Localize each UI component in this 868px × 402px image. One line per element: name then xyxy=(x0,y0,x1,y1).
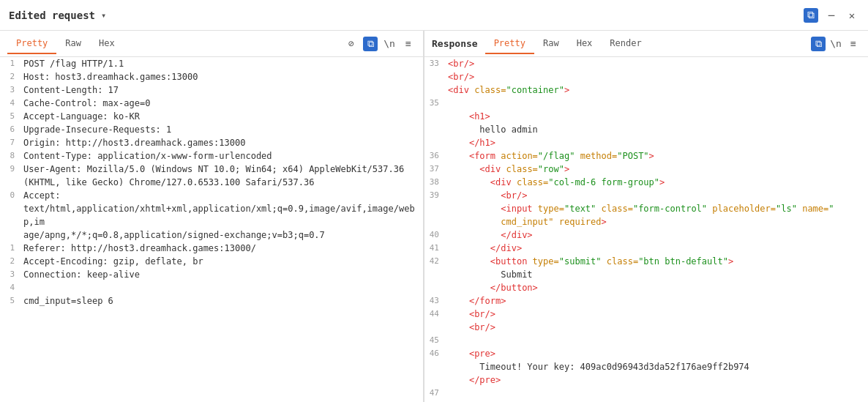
line-content xyxy=(445,97,868,110)
line-content: hello admin xyxy=(445,123,868,136)
line-number: 3 xyxy=(0,83,20,97)
line-number: 4 xyxy=(0,281,20,294)
close-icon[interactable]: ✕ xyxy=(845,8,859,23)
tab-pretty-left[interactable]: Pretty xyxy=(7,34,56,54)
menu-icon-right[interactable]: ≡ xyxy=(846,37,861,51)
eye-slash-icon[interactable]: ⊘ xyxy=(344,37,359,51)
line-number xyxy=(424,373,445,387)
table-row: </h1> xyxy=(424,136,868,149)
line-number: 42 xyxy=(424,255,445,268)
line-content: </div> xyxy=(445,242,868,255)
table-row: 1POST /flag HTTP/1.1 xyxy=(0,57,423,70)
line-content xyxy=(20,281,423,294)
line-number: 45 xyxy=(424,334,445,347)
line-number: 41 xyxy=(424,242,445,255)
line-content: Referer: http://host3.dreamhack.games:13… xyxy=(20,242,423,255)
tab-hex-left[interactable]: Hex xyxy=(90,34,124,54)
line-number xyxy=(424,70,445,83)
table-row: (KHTML, like Gecko) Chrome/127.0.6533.10… xyxy=(0,176,423,189)
line-number xyxy=(424,321,445,334)
table-row: 44 <br/> xyxy=(424,308,868,321)
table-row: 2Host: host3.dreamhack.games:13000 xyxy=(0,70,423,83)
line-number xyxy=(424,268,445,281)
line-content: <br/> xyxy=(445,57,868,70)
table-row: 8Content-Type: application/x-www-form-ur… xyxy=(0,149,423,163)
line-number: 47 xyxy=(424,387,445,400)
line-content: <h1> xyxy=(445,110,868,123)
line-content: Accept-Encoding: gzip, deflate, br xyxy=(20,255,423,268)
line-content: Timeout! Your key: 409ac0d96943d3da52f17… xyxy=(445,360,868,373)
line-content xyxy=(445,387,868,400)
right-panel-icons: ⧉ \n ≡ xyxy=(811,37,861,51)
newline-icon[interactable]: \n xyxy=(382,37,397,51)
table-row: 43 </form> xyxy=(424,294,868,308)
table-row: 4Cache-Control: max-age=0 xyxy=(0,97,423,110)
minimize-icon[interactable]: ─ xyxy=(824,8,839,23)
table-row: age/apng,*/*;q=0.8,application/signed-ex… xyxy=(0,228,423,242)
line-content: User-Agent: Mozilla/5.0 (Windows NT 10.0… xyxy=(20,163,423,176)
table-row: hello admin xyxy=(424,123,868,136)
line-content: </form> xyxy=(445,294,868,308)
line-content: <br/> xyxy=(445,308,868,321)
table-row: 38 <div class="col-md-6 form-group"> xyxy=(424,176,868,189)
table-row: <br/> xyxy=(424,321,868,334)
line-number: 6 xyxy=(0,123,20,136)
line-number: 46 xyxy=(424,347,445,360)
line-number: 35 xyxy=(424,97,445,110)
right-panel-title: Response xyxy=(432,38,485,49)
line-content: </div> xyxy=(445,228,868,242)
right-code-area[interactable]: 33<br/><br/><div class="container">35 <h… xyxy=(424,57,868,402)
line-content: Content-Length: 17 xyxy=(20,83,423,97)
copy-icon[interactable]: ⧉ xyxy=(363,37,378,51)
line-content: Accept: xyxy=(20,189,423,202)
line-number: 38 xyxy=(424,176,445,189)
line-content: <pre> xyxy=(445,347,868,360)
line-content: Origin: http://host3.dreamhack.games:130… xyxy=(20,136,423,149)
line-content: cmd_input" required> xyxy=(445,215,868,228)
line-content: Connection: keep-alive xyxy=(20,268,423,281)
copy-icon-right[interactable]: ⧉ xyxy=(811,37,826,51)
line-number: 40 xyxy=(424,228,445,242)
left-code-area[interactable]: 1POST /flag HTTP/1.12Host: host3.dreamha… xyxy=(0,57,423,402)
line-number: 33 xyxy=(424,57,445,70)
line-content: Accept-Language: ko-KR xyxy=(20,110,423,123)
tab-pretty-right[interactable]: Pretty xyxy=(485,34,534,54)
line-content: <div class="col-md-6 form-group"> xyxy=(445,176,868,189)
line-number: 2 xyxy=(0,70,20,83)
tab-hex-right[interactable]: Hex xyxy=(568,34,602,54)
line-number: 36 xyxy=(424,149,445,163)
line-number xyxy=(424,123,445,136)
line-content: </button> xyxy=(445,281,868,294)
line-content: POST /flag HTTP/1.1 xyxy=(20,57,423,70)
line-number xyxy=(424,202,445,215)
line-number: 1 xyxy=(0,242,20,255)
tab-raw-right[interactable]: Raw xyxy=(534,34,568,54)
table-row: 37 <div class="row"> xyxy=(424,163,868,176)
line-number xyxy=(424,281,445,294)
chevron-down-icon[interactable]: ▾ xyxy=(101,10,106,21)
page-title: Edited request xyxy=(9,10,95,21)
tab-raw-left[interactable]: Raw xyxy=(56,34,90,54)
line-content: age/apng,*/*;q=0.8,application/signed-ex… xyxy=(20,228,423,242)
line-number: 3 xyxy=(0,268,20,281)
line-content: <div class="row"> xyxy=(445,163,868,176)
line-number xyxy=(424,136,445,149)
menu-icon[interactable]: ≡ xyxy=(401,37,416,51)
layout-icon[interactable]: ⧉ xyxy=(804,8,818,23)
line-number: 44 xyxy=(424,308,445,321)
line-number: 2 xyxy=(0,255,20,268)
table-row: 46 <pre> xyxy=(424,347,868,360)
left-panel: Pretty Raw Hex ⊘ ⧉ \n ≡ 1POST /flag HTTP… xyxy=(0,31,424,402)
line-number: 5 xyxy=(0,294,20,308)
line-number: 1 xyxy=(0,57,20,70)
table-row: 2Accept-Encoding: gzip, deflate, br xyxy=(0,255,423,268)
line-content: cmd_input=sleep 6 xyxy=(20,294,423,308)
line-content: Submit xyxy=(445,268,868,281)
table-row: 39 <br/> xyxy=(424,189,868,202)
line-number: 43 xyxy=(424,294,445,308)
tab-render-right[interactable]: Render xyxy=(601,34,650,54)
table-row: <br/> xyxy=(424,70,868,83)
table-row: <div class="container"> xyxy=(424,83,868,97)
table-row: 5Accept-Language: ko-KR xyxy=(0,110,423,123)
newline-icon-right[interactable]: \n xyxy=(828,37,843,51)
